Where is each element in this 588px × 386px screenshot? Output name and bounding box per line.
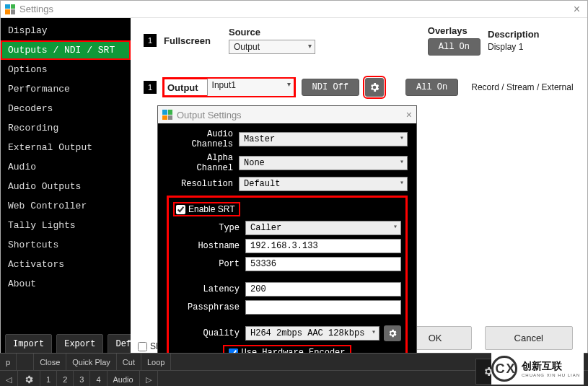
sidebar-item-outputs-ndi-srt[interactable]: Outputs / NDI / SRT: [1, 40, 131, 60]
gear-icon: [369, 82, 380, 93]
sidebar-item-audio-outputs[interactable]: Audio Outputs: [1, 177, 131, 196]
toolbar-audio[interactable]: Audio: [107, 371, 140, 386]
ndi-button[interactable]: NDI Off: [302, 79, 359, 96]
output-settings-gear-button[interactable]: [365, 78, 384, 97]
hostname-label: Hostname: [173, 241, 245, 251]
output-combo: Output Input1: [162, 77, 296, 97]
export-button[interactable]: Export: [56, 334, 103, 354]
preset-1[interactable]: 1: [40, 371, 57, 386]
overlays-button[interactable]: All On: [428, 38, 481, 56]
quality-gear-button[interactable]: [384, 325, 401, 341]
gear-icon: [387, 328, 398, 338]
gear-icon: [24, 374, 34, 385]
fullscreen-row: 1 Fullscreen Source Output Overlays All …: [144, 25, 574, 56]
latency-input[interactable]: 200: [245, 282, 401, 297]
sidebar-item-performance[interactable]: Performance: [1, 79, 131, 99]
preset-4[interactable]: 4: [90, 371, 107, 386]
settings-titlebar: Settings ×: [1, 1, 587, 18]
enable-srt-checkbox[interactable]: [176, 205, 185, 214]
audio-channels-label: Audio Channels: [167, 129, 239, 149]
description-header: Description: [488, 29, 574, 40]
passphrase-input[interactable]: [245, 300, 401, 315]
sidebar-item-options[interactable]: Options: [1, 60, 131, 79]
import-button[interactable]: Import: [5, 334, 52, 354]
toolbar-quickplay[interactable]: Quick Play: [66, 354, 117, 370]
resolution-label: Resolution: [167, 179, 239, 189]
app-icon: [5, 4, 15, 14]
enable-srt-checkbox-group[interactable]: Enable SRT: [173, 202, 240, 216]
sidebar-item-audio[interactable]: Audio: [1, 157, 131, 177]
alpha-channel-select[interactable]: None: [239, 156, 408, 170]
sidebar-item-activators[interactable]: Activators: [1, 255, 131, 274]
hostname-input[interactable]: 192.168.3.133: [245, 239, 401, 253]
toolbar-cut[interactable]: Cut: [117, 354, 141, 370]
logo-pinyin: CHUANG XIN HU LIAN: [522, 373, 580, 377]
output-row: 1 Output Input1 NDI Off All On Record / …: [144, 77, 574, 97]
quality-label: Quality: [173, 328, 245, 338]
row-number: 1: [144, 34, 157, 47]
toolbar-p[interactable]: p: [0, 354, 17, 370]
type-label: Type: [173, 223, 245, 233]
sidebar-item-recording[interactable]: Recording: [1, 118, 131, 138]
quality-select[interactable]: H264 2mbps AAC 128kbps: [245, 326, 379, 341]
sidebar-item-external-output[interactable]: External Output: [1, 138, 131, 157]
type-select[interactable]: Caller: [245, 221, 401, 235]
output-settings-title: Output Settings: [177, 110, 242, 120]
sidebar-item-tally-lights[interactable]: Tally Lights: [1, 216, 131, 235]
play-reverse-icon[interactable]: ◁: [0, 371, 18, 386]
output-select[interactable]: Input1: [207, 79, 294, 96]
output-settings-close-button[interactable]: ×: [406, 109, 412, 120]
fullscreen-label: Fullscreen: [164, 35, 221, 46]
resolution-select[interactable]: Default: [239, 177, 408, 191]
settings-cancel-button[interactable]: Cancel: [485, 326, 573, 350]
enable-srt-label: Enable SRT: [188, 204, 234, 214]
play-icon[interactable]: ▷: [140, 371, 158, 386]
output-label: Output: [164, 82, 207, 93]
toolbar-close[interactable]: Close: [34, 354, 66, 370]
description-text-2: Record / Stream / External: [471, 82, 573, 92]
settings-sidebar: Display Outputs / NDI / SRT Options Perf…: [1, 18, 131, 360]
port-input[interactable]: 53336: [245, 257, 401, 271]
row-number: 1: [144, 81, 157, 94]
overlays-button-2[interactable]: All On: [405, 79, 458, 96]
output-settings-dialog: Output Settings × Audio Channels Master …: [157, 105, 417, 386]
watermark-logo: CX 创新互联 CHUANG XIN HU LIAN: [491, 353, 584, 385]
sidebar-item-web-controller[interactable]: Web Controller: [1, 196, 131, 216]
settings-title: Settings: [19, 4, 53, 14]
sidebar-item-shortcuts[interactable]: Shortcuts: [1, 235, 131, 255]
bottom-gear-button[interactable]: [18, 371, 40, 386]
settings-close-button[interactable]: ×: [571, 3, 583, 16]
audio-channels-select[interactable]: Master: [239, 132, 408, 146]
overlays-header: Overlays: [428, 25, 481, 36]
sidebar-item-about[interactable]: About: [1, 274, 131, 294]
sidebar-item-display[interactable]: Display: [1, 21, 131, 40]
latency-label: Latency: [173, 284, 245, 294]
settings-footer: OK Cancel: [399, 326, 573, 350]
srt-section: Enable SRT Type Caller Hostname 192.168.…: [167, 196, 408, 369]
output-settings-titlebar: Output Settings ×: [158, 106, 416, 123]
passphrase-label: Passphrase: [173, 302, 245, 312]
toolbar-loop[interactable]: Loop: [141, 354, 171, 370]
preset-2[interactable]: 2: [57, 371, 74, 386]
logo-cn: 创新互联: [522, 360, 580, 373]
port-label: Port: [173, 259, 245, 269]
preset-3[interactable]: 3: [74, 371, 90, 386]
sidebar-item-decoders[interactable]: Decoders: [1, 99, 131, 118]
description-text: Display 1: [488, 42, 574, 52]
source-select[interactable]: Output: [229, 40, 315, 54]
alpha-channel-label: Alpha Channel: [167, 153, 239, 173]
app-icon: [162, 110, 172, 120]
show-checkbox[interactable]: [138, 342, 147, 351]
source-header: Source: [229, 27, 315, 38]
